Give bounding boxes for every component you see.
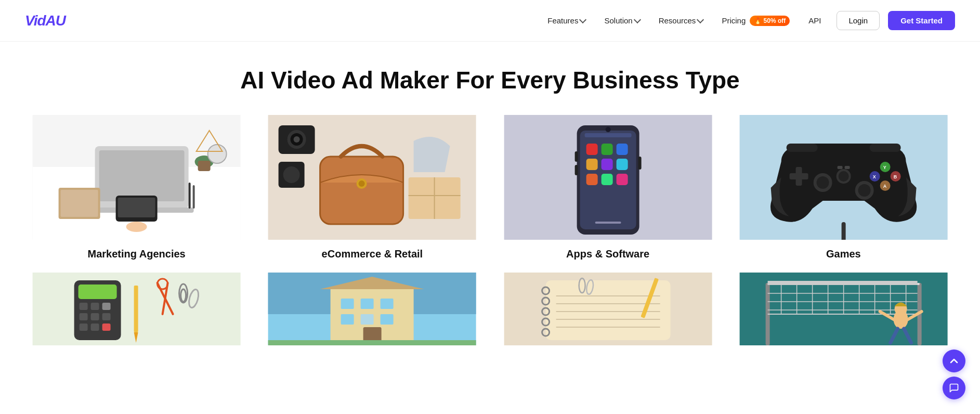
svg-rect-71 [79, 284, 117, 299]
svg-rect-38 [586, 159, 597, 170]
chevron-down-icon [634, 16, 641, 23]
svg-rect-92 [341, 299, 354, 309]
svg-rect-41 [586, 174, 597, 185]
card-finance[interactable] [25, 273, 248, 354]
svg-rect-97 [381, 314, 394, 325]
svg-rect-93 [361, 299, 374, 309]
svg-rect-76 [91, 313, 99, 320]
svg-text:Y: Y [883, 165, 886, 170]
header: VidAU Features Solution Resources Pricin… [0, 0, 980, 42]
svg-rect-96 [361, 314, 374, 325]
svg-text:X: X [872, 174, 876, 179]
cards-row-1: Marketing Agencies [25, 115, 955, 260]
svg-rect-64 [844, 166, 850, 169]
svg-point-14 [126, 222, 147, 232]
nav-item-api[interactable]: API [801, 12, 828, 29]
chevron-down-icon [579, 16, 586, 23]
svg-rect-81 [134, 286, 138, 332]
svg-rect-37 [616, 144, 628, 155]
svg-text:A: A [883, 184, 886, 189]
svg-rect-17 [320, 157, 403, 224]
svg-rect-46 [574, 165, 578, 175]
nav-item-resources[interactable]: Resources [651, 12, 711, 29]
card-image-realestate [260, 273, 484, 345]
card-marketing-agencies[interactable]: Marketing Agencies [25, 115, 248, 260]
svg-rect-3 [99, 150, 185, 201]
login-button[interactable]: Login [837, 11, 880, 30]
svg-rect-13 [118, 198, 155, 217]
svg-point-60 [816, 176, 829, 189]
svg-text:B: B [893, 174, 897, 179]
svg-point-11 [208, 145, 227, 163]
card-label-marketing: Marketing Agencies [88, 248, 186, 260]
nav-label-pricing: Pricing [722, 16, 746, 25]
nav-label-features: Features [547, 16, 578, 25]
card-apps-software[interactable]: Apps & Software [496, 115, 720, 260]
nav-label-resources: Resources [659, 16, 696, 25]
svg-rect-6 [61, 190, 98, 217]
svg-rect-75 [80, 313, 88, 320]
svg-rect-10 [193, 185, 195, 209]
svg-point-24 [294, 136, 300, 143]
svg-rect-44 [595, 222, 621, 224]
svg-point-20 [359, 180, 365, 187]
main-content: AI Video Ad Maker For Every Business Typ… [0, 42, 980, 354]
nav-label-api: API [808, 16, 821, 25]
svg-rect-35 [586, 144, 597, 155]
svg-rect-68 [869, 144, 900, 152]
card-image-marketing [25, 115, 248, 240]
nav-item-features[interactable]: Features [540, 12, 593, 29]
svg-rect-74 [102, 303, 111, 310]
svg-rect-78 [80, 324, 88, 331]
card-games[interactable]: Y B X A [732, 115, 955, 260]
svg-point-62 [858, 184, 870, 197]
pricing-discount-badge: 🔥 50% off [750, 16, 790, 26]
card-ecommerce-retail[interactable]: eCommerce & Retail [260, 115, 484, 260]
svg-point-66 [838, 171, 848, 182]
svg-rect-77 [102, 313, 111, 320]
nav-item-pricing[interactable]: Pricing 🔥 50% off [714, 11, 797, 30]
svg-rect-33 [584, 133, 631, 137]
svg-point-26 [283, 166, 300, 183]
card-education[interactable] [496, 273, 720, 354]
svg-rect-95 [341, 314, 354, 325]
svg-rect-39 [601, 159, 612, 170]
card-label-ecommerce: eCommerce & Retail [322, 248, 423, 260]
card-image-sports [732, 273, 955, 345]
svg-rect-45 [574, 151, 578, 162]
chevron-down-icon [697, 16, 704, 23]
svg-rect-79 [91, 324, 99, 331]
nav-label-solution: Solution [604, 16, 632, 25]
svg-rect-100 [268, 340, 476, 345]
nav-item-solution[interactable]: Solution [597, 12, 647, 29]
svg-rect-40 [616, 159, 628, 170]
cards-row-2 [25, 273, 955, 354]
card-image-education [496, 273, 720, 345]
svg-rect-36 [601, 144, 612, 155]
svg-rect-47 [638, 157, 641, 170]
hero-title: AI Video Ad Maker For Every Business Typ… [25, 67, 955, 94]
svg-rect-8 [198, 161, 211, 171]
card-real-estate[interactable] [260, 273, 484, 354]
card-image-ecommerce [260, 115, 484, 240]
card-sports[interactable] [732, 273, 955, 354]
svg-rect-94 [381, 299, 394, 309]
card-image-apps [496, 115, 720, 240]
svg-rect-67 [786, 144, 817, 152]
svg-rect-50 [789, 173, 808, 179]
svg-point-34 [605, 127, 610, 132]
svg-rect-73 [91, 303, 99, 310]
svg-rect-9 [189, 183, 191, 209]
svg-rect-43 [616, 174, 628, 185]
logo[interactable]: VidAU [25, 12, 66, 29]
get-started-button[interactable]: Get Started [888, 11, 955, 30]
svg-rect-72 [80, 303, 88, 310]
card-label-apps: Apps & Software [566, 248, 649, 260]
card-image-finance [25, 273, 248, 345]
card-image-games: Y B X A [732, 115, 955, 240]
main-nav: Features Solution Resources Pricing 🔥 50… [540, 11, 955, 30]
svg-rect-42 [601, 174, 612, 185]
svg-rect-80 [102, 324, 111, 331]
svg-rect-63 [837, 166, 842, 169]
card-label-games: Games [826, 248, 861, 260]
